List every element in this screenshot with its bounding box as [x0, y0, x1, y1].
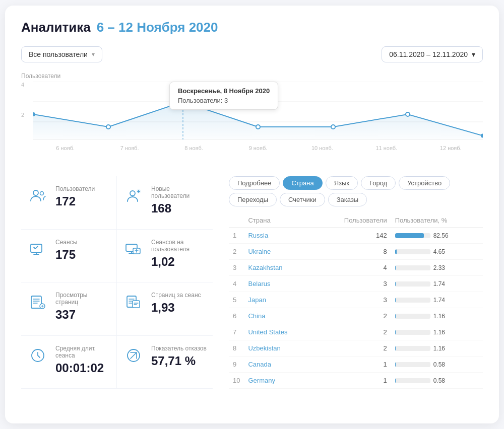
chart-svg: ↑ [33, 82, 483, 142]
bar-fill [395, 281, 396, 287]
bar-background [395, 249, 430, 254]
stat-sessions-label: Сеансы [55, 239, 77, 246]
row-pct: 0.58 [391, 373, 483, 389]
stat-pps-label: Страниц за сеанс [151, 292, 201, 299]
pct-value: 0.58 [433, 377, 445, 384]
page-title: Аналитика [21, 20, 91, 35]
bar-fill [395, 249, 397, 254]
tab-detail[interactable]: Подробнее [229, 176, 280, 190]
pages-per-session-icon [123, 292, 144, 313]
toolbar: Все пользователи ▾ 06.11.2020 – 12.11.20… [21, 46, 483, 62]
country-table: Страна Пользователи Пользователи, % 1 Ru… [229, 213, 483, 389]
tab-language[interactable]: Язык [326, 176, 358, 190]
table-row: 2 Ukraine 8 4.65 [229, 244, 483, 260]
chart-x-labels: 6 нояб. 7 нояб. 8 нояб. 9 нояб. 10 нояб.… [33, 145, 483, 151]
pct-value: 2.33 [433, 264, 445, 271]
row-country[interactable]: Ukraine [244, 244, 315, 260]
pct-value: 1.16 [433, 345, 445, 352]
table-section: Подробнее Страна Язык Город Устройство П… [229, 176, 483, 389]
users-filter-label: Все пользователи [29, 50, 88, 58]
bar-background [395, 233, 430, 238]
stat-users: Пользователи 172 [21, 176, 117, 230]
row-num: 8 [229, 340, 244, 356]
bar-fill [395, 298, 396, 303]
chart-y-labels: 4 2 [21, 82, 24, 142]
data-point-6[interactable] [406, 112, 410, 116]
stat-spu-value: 1,02 [151, 255, 207, 269]
row-pct: 1.16 [391, 340, 483, 356]
stat-spu-label: Сеансов на пользователя [151, 239, 207, 253]
bar-fill [395, 378, 396, 383]
filter-tabs: Подробнее Страна Язык Город Устройство П… [229, 176, 483, 206]
stat-bounce-rate: Показатель отказов 57,71 % [117, 336, 213, 389]
row-users: 1 [315, 356, 391, 373]
chart-y-axis-label: Пользователи [21, 73, 483, 80]
x-label-11: 11 нояб. [354, 145, 418, 151]
chart-svg-container: ↑ Воскресенье, 8 Ноября 2020 Пользовател… [33, 82, 483, 142]
table-row: 1 Russia 142 82.56 [229, 228, 483, 244]
svg-point-5 [40, 192, 44, 195]
bar-fill [395, 330, 396, 335]
stat-session-duration: Средняя длит. сеанса 00:01:02 [21, 336, 117, 389]
header-date-range: 6 – 12 Ноября 2020 [97, 20, 218, 35]
date-range-label: 06.11.2020 – 12.11.2020 [389, 50, 468, 58]
tab-device[interactable]: Устройство [399, 176, 450, 190]
row-users: 4 [315, 260, 391, 276]
row-country[interactable]: China [244, 308, 315, 324]
table-row: 3 Kazakhstan 4 2.33 [229, 260, 483, 276]
x-label-8: 8 нояб. [162, 145, 226, 151]
tab-counters[interactable]: Счетчики [280, 193, 325, 206]
stat-new-users: Новые пользователи 168 [117, 176, 213, 230]
row-country[interactable]: Canada [244, 356, 315, 373]
tab-city[interactable]: Город [361, 176, 396, 190]
chart-area [33, 102, 483, 139]
row-country[interactable]: Russia [244, 228, 315, 244]
tab-transitions[interactable]: Переходы [229, 193, 277, 206]
x-label-10: 10 нояб. [290, 145, 354, 151]
row-country[interactable]: Uzbekistan [244, 340, 315, 356]
bounce-rate-icon [123, 345, 144, 366]
row-country[interactable]: Kazakhstan [244, 260, 315, 276]
row-pct: 1.74 [391, 276, 483, 292]
users-filter-dropdown[interactable]: Все пользователи ▾ [21, 46, 102, 62]
chart-section: Пользователи 4 2 [21, 73, 483, 162]
bar-background [395, 281, 430, 287]
stat-bounce-value: 57,71 % [151, 354, 207, 368]
bar-background [395, 346, 430, 351]
date-range-picker[interactable]: 06.11.2020 – 12.11.2020 ▾ [382, 46, 483, 62]
stat-pageviews-value: 337 [55, 308, 110, 322]
tab-orders[interactable]: Заказы [328, 193, 367, 206]
row-num: 10 [229, 373, 244, 389]
row-num: 3 [229, 260, 244, 276]
row-pct: 0.58 [391, 356, 483, 373]
pct-value: 1.16 [433, 313, 445, 320]
row-users: 2 [315, 324, 391, 340]
row-pct: 1.16 [391, 308, 483, 324]
data-point-2[interactable] [106, 125, 110, 129]
y-label-4: 4 [21, 82, 24, 88]
bar-background [395, 314, 430, 319]
row-country[interactable]: United States [244, 324, 315, 340]
stat-sessions-per-user: Сеансов на пользователя 1,02 [117, 230, 213, 283]
data-point-4[interactable] [256, 125, 260, 129]
row-num: 2 [229, 244, 244, 260]
tab-country[interactable]: Страна [283, 176, 322, 190]
stat-users-value: 172 [55, 194, 95, 208]
pct-value: 1.16 [433, 329, 445, 336]
stat-users-label: Пользователи [55, 185, 95, 192]
bar-fill [395, 314, 396, 319]
row-num: 5 [229, 292, 244, 308]
table-row: 8 Uzbekistan 2 1.16 [229, 340, 483, 356]
table-row: 4 Belarus 3 1.74 [229, 276, 483, 292]
row-num: 6 [229, 308, 244, 324]
col-num-header [229, 213, 244, 228]
row-country[interactable]: Belarus [244, 276, 315, 292]
data-point-5[interactable] [331, 125, 335, 129]
stat-pps-value: 1,93 [151, 301, 201, 315]
bar-fill [395, 362, 396, 367]
col-users-header: Пользователи [315, 213, 391, 228]
row-country[interactable]: Germany [244, 373, 315, 389]
row-num: 7 [229, 324, 244, 340]
row-country[interactable]: Japan [244, 292, 315, 308]
row-pct: 1.16 [391, 324, 483, 340]
